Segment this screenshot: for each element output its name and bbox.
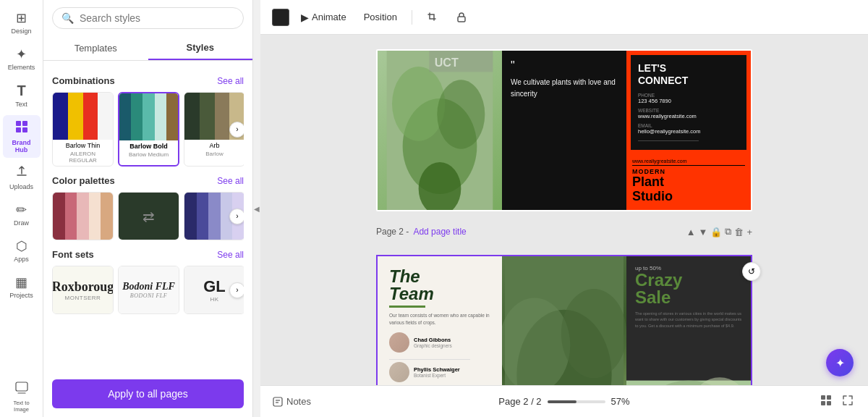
shuffle-icon: ⇄ — [142, 208, 155, 225]
page2-team-col: TheTeam Our team consists of women who a… — [378, 256, 502, 385]
color-swatch[interactable] — [272, 9, 289, 26]
swatch — [184, 193, 197, 240]
member-1-photo — [389, 332, 409, 353]
position-label: Position — [364, 12, 397, 22]
page-delete-button[interactable]: 🗑 — [734, 226, 744, 237]
sidebar-item-brand-hub[interactable]: Brand Hub — [3, 115, 41, 158]
sidebar-item-design[interactable]: ⊞ Design — [3, 6, 41, 39]
stripe — [155, 93, 166, 140]
position-button[interactable]: Position — [358, 9, 403, 25]
expand-icon — [842, 395, 854, 406]
page1-quote-text: We cultivate plants with love and sincer… — [511, 77, 618, 100]
canvas-area: ▶ Animate Position — [260, 0, 868, 417]
svg-point-16 — [561, 289, 626, 378]
page-2-canvas[interactable]: TheTeam Our team consists of women who a… — [376, 255, 752, 385]
collapse-handle[interactable]: ◀ — [253, 0, 260, 417]
notes-label: Notes — [286, 396, 311, 407]
lock-button[interactable] — [450, 9, 473, 26]
fullscreen-button[interactable] — [839, 392, 856, 411]
palette-card-2[interactable]: ⇄ — [118, 192, 179, 240]
stripe-preview — [119, 93, 178, 140]
combinations-next-arrow[interactable]: › — [229, 122, 244, 138]
stripe — [119, 93, 131, 140]
refresh-button[interactable]: ↺ — [742, 262, 761, 281]
color-palettes-title: Color palettes — [52, 175, 115, 186]
grid-view-button[interactable] — [817, 392, 835, 411]
crazy-sale-text: CrazySale — [635, 271, 742, 306]
swatch — [208, 193, 221, 240]
combinations-see-all[interactable]: See all — [217, 76, 244, 86]
combination-card-barlow-bold[interactable]: Barlow Bold Barlow Medium — [118, 92, 179, 167]
stripe — [98, 93, 113, 140]
progress-bar — [548, 400, 605, 403]
animate-button[interactable]: ▶ Animate — [295, 9, 352, 26]
font-sets-see-all[interactable]: See all — [217, 250, 244, 260]
stripe — [68, 93, 83, 140]
svg-rect-27 — [827, 401, 831, 405]
stripe — [200, 93, 215, 140]
team-heading: TheTeam — [389, 268, 490, 303]
sidebar-item-projects[interactable]: ▦ Projects — [3, 270, 41, 303]
crop-button[interactable] — [421, 9, 444, 26]
page2-plant-col: " The plants we sell are worth more than… — [502, 256, 626, 385]
svg-rect-3 — [22, 127, 27, 132]
stripe — [53, 93, 68, 140]
apply-to-all-pages-button[interactable]: Apply to all pages — [52, 379, 244, 408]
card-sub: Barlow — [184, 151, 244, 159]
quote-mark: " — [511, 59, 618, 72]
card-preview — [119, 93, 178, 140]
font-set-cards: Roxboroug MONTSERR Bodoni FLF BODONI FLF… — [52, 266, 244, 314]
contact-details: Phone 123 456 7890 Website www.reallygre… — [638, 93, 739, 135]
member-1-info: Chad Gibbons Graphic designers — [414, 337, 452, 348]
tab-styles[interactable]: Styles — [148, 36, 253, 60]
combination-card-barlow-thin[interactable]: Barlow Thin AILERON REGULAR — [52, 92, 114, 167]
tab-templates[interactable]: Templates — [43, 36, 148, 60]
font-sets-title: Font sets — [52, 249, 94, 260]
projects-icon: ▦ — [15, 274, 27, 290]
design-icon: ⊞ — [16, 10, 27, 26]
card-preview: ⇄ — [119, 193, 179, 240]
palette-card-1[interactable] — [52, 192, 114, 240]
sidebar-item-text-to-image[interactable]: Text to Image — [3, 377, 41, 417]
plant-studio-text: PlantStudio — [632, 175, 745, 204]
fonts-next-arrow[interactable]: › — [229, 282, 244, 298]
search-input[interactable] — [80, 12, 234, 24]
notes-icon — [272, 396, 284, 408]
palettes-next-arrow[interactable]: › — [229, 208, 244, 224]
font-card-roxborough[interactable]: Roxboroug MONTSERR — [52, 266, 114, 314]
page-lock-button[interactable]: 🔒 — [710, 226, 722, 237]
sale-info: up to 50% CrazySale The opening of store… — [626, 256, 751, 376]
team-member-2: Phyllis Schwaiger Botanist Expert — [389, 362, 490, 382]
font-card-bodoni[interactable]: Bodoni FLF BODONI FLF — [118, 266, 179, 314]
divider — [638, 140, 699, 141]
left-sidebar: ⊞ Design ✦ Elements T Text Brand Hub Upl… — [0, 0, 43, 417]
sidebar-item-draw[interactable]: ✏ Draw — [3, 198, 41, 231]
bottom-bar: Notes Page 2 / 2 57% — [260, 385, 868, 417]
sidebar-item-elements[interactable]: ✦ Elements — [3, 42, 41, 75]
page-1-canvas[interactable]: UCT " We cultivate plants with love and … — [376, 49, 752, 211]
sidebar-item-text[interactable]: T Text — [3, 78, 41, 112]
page-up-arrow[interactable]: ▲ — [686, 226, 696, 237]
font-sets-header: Font sets See all — [52, 249, 244, 260]
sidebar-item-label: Uploads — [9, 183, 33, 190]
swatch — [197, 193, 209, 240]
page-2-add-title[interactable]: Add page title — [413, 227, 466, 237]
sidebar-item-label: Brand Hub — [6, 139, 38, 153]
page-copy-button[interactable]: ⧉ — [725, 226, 731, 237]
website-label: Website — [638, 108, 739, 113]
svg-rect-24 — [821, 395, 825, 400]
tabs-row: Templates Styles — [43, 36, 252, 61]
magic-ai-button[interactable]: ✦ — [826, 349, 854, 376]
sidebar-item-uploads[interactable]: Uploads — [3, 161, 41, 195]
notes-button[interactable]: Notes — [272, 396, 311, 408]
font-sub: BODONI FLF — [130, 292, 167, 299]
page-down-arrow[interactable]: ▼ — [699, 226, 708, 237]
search-bar: 🔍 — [52, 7, 244, 29]
canvas-scroll[interactable]: UCT " We cultivate plants with love and … — [260, 35, 868, 385]
member-2-photo — [389, 362, 409, 382]
color-palettes-see-all[interactable]: See all — [217, 176, 244, 186]
page-add-button[interactable]: + — [746, 226, 752, 237]
phone-label: Phone — [638, 93, 739, 98]
sale-desc: The opening of stores in various cities … — [635, 311, 742, 329]
sidebar-item-apps[interactable]: ⬡ Apps — [3, 234, 41, 267]
